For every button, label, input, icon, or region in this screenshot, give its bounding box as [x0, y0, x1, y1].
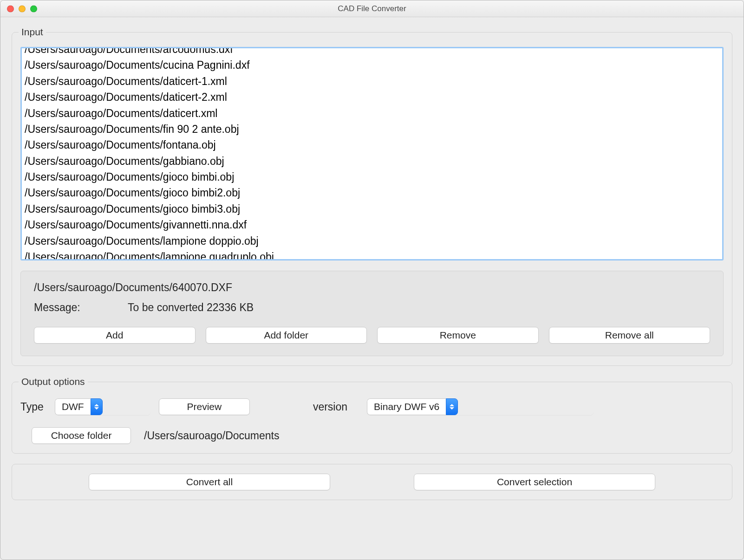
list-item[interactable]: /Users/sauroago/Documents/lampione doppi… — [25, 233, 719, 249]
add-button[interactable]: Add — [34, 327, 196, 344]
choose-folder-button[interactable]: Choose folder — [32, 427, 131, 444]
convert-selection-button[interactable]: Convert selection — [414, 474, 655, 490]
list-item[interactable]: /Users/sauroago/Documents/givannetti.nna… — [25, 217, 719, 233]
output-row-2: Choose folder /Users/sauroago/Documents — [32, 427, 724, 444]
list-item[interactable]: /Users/sauroago/Documents/fin 90 2 ante.… — [25, 121, 719, 137]
list-item[interactable]: /Users/sauroago/Documents/gioco bimbi3.o… — [25, 201, 719, 217]
remove-button[interactable]: Remove — [377, 327, 539, 344]
message-row: Message: To be converted 22336 KB — [34, 301, 710, 314]
type-select-value: DWF — [55, 398, 91, 415]
selected-file-path: /Users/sauroago/Documents/640070.DXF — [34, 281, 710, 294]
window-title: CAD File Converter — [0, 4, 744, 13]
output-row-1: Type DWF Preview version Binary DWF v6 — [20, 398, 724, 415]
app-window: CAD File Converter Input /Users/sauroago… — [0, 0, 744, 560]
chevron-up-down-icon — [446, 398, 458, 415]
output-group: Output options Type DWF Preview version … — [12, 376, 732, 454]
preview-button[interactable]: Preview — [159, 398, 250, 415]
list-item[interactable]: /Users/sauroago/Documents/gioco bimbi2.o… — [25, 185, 719, 201]
version-select[interactable]: Binary DWF v6 — [367, 398, 594, 415]
version-select-value: Binary DWF v6 — [367, 398, 446, 415]
list-item[interactable]: /Users/sauroago/Documents/daticert-1.xml — [25, 73, 719, 89]
list-item[interactable]: /Users/sauroago/Documents/gioco bimbi.ob… — [25, 169, 719, 185]
remove-all-button[interactable]: Remove all — [549, 327, 711, 344]
version-label: version — [313, 401, 347, 413]
convert-bar: Convert all Convert selection — [12, 464, 732, 500]
type-label: Type — [20, 401, 44, 413]
input-detail-box: /Users/sauroago/Documents/640070.DXF Mes… — [20, 271, 724, 356]
convert-all-button[interactable]: Convert all — [89, 474, 330, 490]
input-file-list[interactable]: /Users/sauroago/Documents/arcodomus.dxf … — [22, 48, 722, 259]
list-item[interactable]: /Users/sauroago/Documents/fontana.obj — [25, 137, 719, 153]
list-item[interactable]: /Users/sauroago/Documents/lampione quadr… — [25, 249, 719, 259]
message-value: To be converted 22336 KB — [128, 301, 254, 313]
minimize-icon[interactable] — [19, 5, 26, 12]
window-controls — [7, 5, 37, 12]
type-select[interactable]: DWF — [55, 398, 150, 415]
list-item[interactable]: /Users/sauroago/Documents/arcodomus.dxf — [25, 48, 719, 57]
close-icon[interactable] — [7, 5, 14, 12]
output-legend: Output options — [19, 376, 88, 387]
titlebar: CAD File Converter — [0, 0, 744, 17]
message-label: Message: — [34, 301, 125, 314]
list-item[interactable]: /Users/sauroago/Documents/gabbiano.obj — [25, 153, 719, 169]
zoom-icon[interactable] — [30, 5, 37, 12]
output-folder-path: /Users/sauroago/Documents — [144, 430, 279, 442]
content: Input /Users/sauroago/Documents/arcodomu… — [0, 17, 744, 511]
chevron-up-down-icon — [91, 398, 103, 415]
list-item[interactable]: /Users/sauroago/Documents/daticert.xml — [25, 105, 719, 121]
input-legend: Input — [19, 26, 46, 38]
list-item[interactable]: /Users/sauroago/Documents/daticert-2.xml — [25, 89, 719, 105]
list-item[interactable]: /Users/sauroago/Documents/cucina Pagnini… — [25, 57, 719, 73]
input-button-row: Add Add folder Remove Remove all — [34, 327, 710, 344]
input-listbox-frame: /Users/sauroago/Documents/arcodomus.dxf … — [20, 47, 724, 260]
input-group: Input /Users/sauroago/Documents/arcodomu… — [12, 26, 732, 366]
add-folder-button[interactable]: Add folder — [206, 327, 367, 344]
